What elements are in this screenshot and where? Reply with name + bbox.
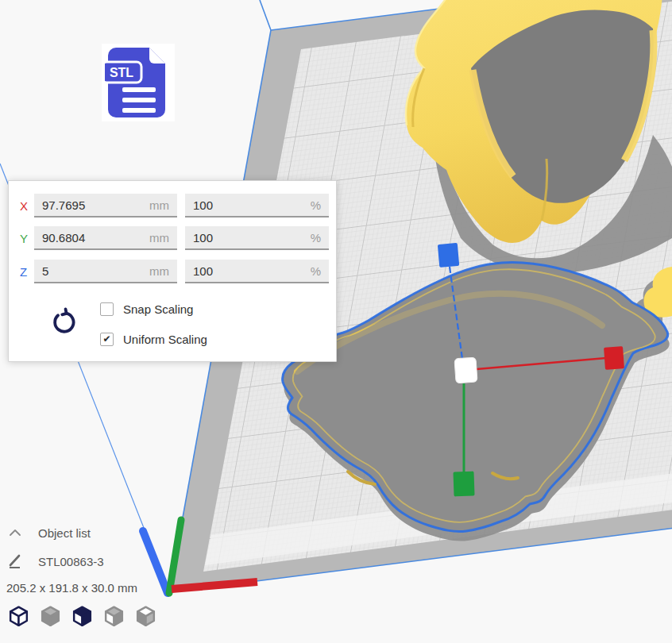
- 3d-view-icon: [6, 604, 31, 629]
- stl-file-thumbnail[interactable]: STL: [102, 44, 175, 121]
- scale-handle-z-blue[interactable]: [438, 243, 459, 268]
- snap-scaling-label: Snap Scaling: [123, 302, 193, 316]
- right-view-icon: [133, 604, 158, 629]
- z-axis-label: Z: [20, 265, 34, 279]
- scale-handle-x-red[interactable]: [604, 346, 624, 370]
- object-list-title: Object list: [38, 526, 91, 540]
- left-view-icon: [70, 604, 95, 629]
- snap-scaling-checkbox[interactable]: ✔: [100, 302, 114, 316]
- y-percent-value: 100: [193, 231, 213, 244]
- document-line: [122, 87, 156, 92]
- rotate-ccw-reset-icon: [48, 306, 79, 337]
- reset-scale-button[interactable]: [48, 306, 79, 337]
- percent-unit-label: %: [311, 198, 321, 212]
- pencil-icon: [6, 553, 24, 569]
- uniform-scaling-row: ✔ Uniform Scaling: [100, 331, 207, 347]
- y-axis-label: Y: [20, 232, 34, 245]
- percent-unit-label: %: [311, 231, 321, 244]
- uniform-scaling-label: Uniform Scaling: [123, 333, 207, 346]
- x-axis-label: X: [20, 199, 34, 213]
- mm-unit-label: mm: [149, 231, 169, 244]
- uniform-scaling-checkbox[interactable]: ✔: [100, 333, 114, 346]
- snap-scaling-row: ✔ Snap Scaling: [100, 301, 193, 317]
- object-item-name: STL00863-3: [38, 555, 104, 568]
- chevron-up-icon: [6, 528, 24, 537]
- camera-view-toolbar: [6, 604, 158, 629]
- z-mm-input[interactable]: 5 mm: [34, 260, 177, 283]
- front-view-icon: [38, 604, 63, 629]
- view-button-top[interactable]: [102, 604, 126, 629]
- z-mm-value: 5: [42, 264, 48, 278]
- view-button-3d[interactable]: [6, 604, 31, 629]
- object-list-panel: Object list STL00863-3 205.2 x 191.8 x 3…: [6, 524, 158, 629]
- view-button-front[interactable]: [38, 604, 63, 629]
- stl-badge-label: STL: [110, 66, 133, 79]
- document-line: [122, 108, 156, 113]
- x-percent-value: 100: [193, 198, 213, 212]
- x-mm-input[interactable]: 97.7695 mm: [34, 194, 177, 218]
- object-list-item[interactable]: STL00863-3: [6, 553, 158, 570]
- scale-tool-panel: X 97.7695 mm 100 % Y 90.6804 mm 100 % Z …: [8, 180, 337, 362]
- z-percent-input[interactable]: 100 %: [185, 260, 329, 283]
- y-percent-input[interactable]: 100 %: [185, 226, 329, 250]
- scale-handle-center-white[interactable]: [454, 357, 477, 383]
- x-percent-input[interactable]: 100 %: [185, 194, 329, 218]
- scale-handle-y-green[interactable]: [453, 472, 474, 497]
- view-button-left[interactable]: [70, 604, 95, 629]
- stl-file-icon: STL: [105, 46, 172, 119]
- object-list-toggle[interactable]: Object list: [6, 524, 158, 541]
- x-mm-value: 97.7695: [42, 198, 85, 212]
- document-fold: [149, 48, 165, 64]
- mm-unit-label: mm: [149, 198, 169, 212]
- y-mm-value: 90.6804: [42, 231, 85, 244]
- y-mm-input[interactable]: 90.6804 mm: [34, 226, 177, 250]
- cura-3d-slicer-viewport: { "stl_icon": { "label": "STL" }, "scale…: [0, 0, 672, 643]
- top-view-icon: [102, 604, 126, 629]
- percent-unit-label: %: [311, 264, 321, 278]
- view-button-right[interactable]: [133, 604, 158, 629]
- document-line: [122, 98, 156, 102]
- z-percent-value: 100: [193, 264, 213, 278]
- model-dimensions-label: 205.2 x 191.8 x 30.0 mm: [6, 581, 158, 595]
- mm-unit-label: mm: [149, 264, 169, 278]
- checkmark-icon: ✔: [102, 334, 110, 344]
